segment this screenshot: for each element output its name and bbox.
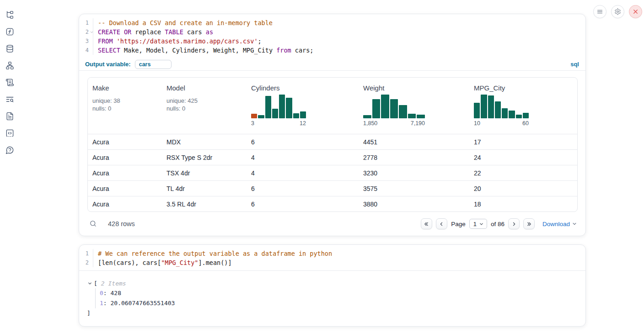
code-text: # We can reference the output variable a… [93, 249, 332, 258]
column-header-cylinders[interactable]: Cylinders312 [247, 84, 359, 134]
line-number: 1 [79, 249, 93, 258]
histogram-bar[interactable] [509, 111, 515, 118]
pagination: Page 1 of 86 Download [421, 218, 577, 229]
code-line: 1-- Download a CSV and create an in-memo… [79, 18, 585, 27]
code-line: 2[len(cars), cars["MPG_City"].mean()] [79, 258, 585, 267]
column-header-make[interactable]: Makeunique: 38nulls: 0 [88, 84, 162, 134]
unique-count: unique: 38 [92, 97, 162, 105]
tree-entry-value: 428 [110, 290, 121, 296]
menu-button[interactable] [593, 5, 606, 18]
histogram-bar[interactable] [481, 95, 487, 118]
network-icon [5, 61, 14, 70]
code-text: FROM 'https://datasets.marimo.app/cars.c… [93, 37, 262, 46]
next-page-button[interactable] [508, 218, 520, 229]
histogram-bar[interactable] [279, 95, 285, 118]
code-editor[interactable]: 1-- Download a CSV and create an in-memo… [79, 14, 585, 58]
last-page-button[interactable] [523, 218, 535, 229]
download-button[interactable]: Download [542, 221, 577, 227]
language-badge: sql [570, 61, 579, 68]
sidebar-item-snippets[interactable] [5, 128, 14, 137]
code-text: [len(cars), cars["MPG_City"].mean()] [93, 258, 232, 267]
histogram-bar[interactable] [286, 98, 292, 118]
table-cell: 22 [469, 169, 577, 177]
tree-entry-index: 0 [100, 290, 103, 296]
histogram-bar[interactable] [300, 111, 306, 118]
search-button[interactable] [89, 220, 97, 228]
histogram-bar[interactable] [372, 99, 381, 118]
tree-entry: 1: 20.060747663551403 [100, 298, 585, 308]
histogram-bar[interactable] [502, 108, 508, 118]
search-icon [89, 220, 97, 227]
histogram-bar[interactable] [251, 114, 257, 118]
histogram-bar[interactable] [293, 113, 299, 118]
unique-count: unique: 425 [166, 97, 247, 105]
text-search-icon [5, 95, 14, 104]
histogram-bar[interactable] [381, 95, 389, 118]
sidebar-item-file-explorer[interactable] [5, 10, 14, 19]
table-body: AcuraMDX6445117AcuraRSX Type S 2dr427782… [88, 134, 577, 211]
column-header-weight[interactable]: Weight1,8507,190 [359, 84, 469, 134]
histogram-bar[interactable] [390, 99, 398, 118]
code-line: 2CREATE OR replace TABLE cars as [79, 27, 585, 37]
sidebar-item-documentation[interactable] [5, 111, 14, 121]
sidebar-item-dependency-graph[interactable] [5, 61, 14, 70]
table-row[interactable]: AcuraTL 4dr6357520 [88, 180, 577, 196]
sidebar-item-data-sources[interactable] [5, 44, 14, 53]
histogram-axis-labels: 312 [251, 120, 306, 127]
collapse-toggle[interactable] [87, 281, 92, 286]
window-controls [593, 5, 642, 18]
table-row[interactable]: AcuraMDX6445117 [88, 134, 577, 149]
histogram-bar[interactable] [408, 114, 416, 118]
table-row[interactable]: AcuraRSX Type S 2dr4277824 [88, 149, 577, 165]
chevron-right-icon [511, 221, 517, 227]
code-line: 3FROM 'https://datasets.marimo.app/cars.… [79, 37, 585, 46]
histogram-bar[interactable] [258, 115, 264, 118]
column-title: MPG_City [474, 84, 577, 92]
column-header-model[interactable]: Modelunique: 425nulls: 0 [162, 84, 247, 134]
histogram-bar[interactable] [488, 95, 494, 118]
table-cell: MDX [162, 138, 247, 146]
open-bracket: [ [94, 280, 97, 287]
histogram-bar[interactable] [265, 96, 271, 118]
table-cell: 6 [247, 185, 359, 192]
table-row[interactable]: AcuraTSX 4dr4323022 [88, 165, 577, 180]
histogram-bar[interactable] [516, 115, 522, 118]
null-count: nulls: 0 [166, 105, 247, 113]
sidebar-item-help[interactable] [5, 145, 14, 154]
first-page-button[interactable] [421, 218, 432, 229]
settings-icon [614, 8, 621, 15]
histogram-bar[interactable] [399, 105, 407, 118]
code-editor[interactable]: 1# We can reference the output variable … [79, 245, 585, 270]
column-title: Cylinders [251, 84, 359, 92]
histogram-bar[interactable] [272, 109, 278, 118]
tree-root-line: [ 2 Items [79, 278, 585, 288]
page-select[interactable]: 1 [469, 219, 487, 229]
column-histogram [251, 95, 306, 118]
table-cell: RSX Type S 2dr [162, 154, 247, 161]
histogram-bar[interactable] [363, 115, 371, 118]
table-row[interactable]: Acura3.5 RL 4dr6388018 [88, 196, 577, 211]
previous-page-button[interactable] [436, 218, 447, 229]
sidebar-item-scratchpad[interactable] [5, 78, 14, 87]
table-cell: Acura [88, 201, 162, 208]
table-cell: 3.5 RL 4dr [162, 201, 247, 208]
histogram-bar[interactable] [474, 103, 480, 118]
chevron-down-icon [479, 222, 484, 227]
settings-button[interactable] [611, 5, 624, 18]
sidebar-item-variables[interactable] [5, 27, 14, 36]
chevron-left-icon [439, 221, 445, 227]
histogram-bar[interactable] [417, 115, 425, 118]
histogram-bar[interactable] [523, 113, 529, 118]
table-cell: 6 [247, 138, 359, 146]
output-variable-input[interactable] [135, 60, 172, 69]
table-cell: 17 [469, 138, 577, 146]
column-histogram [363, 95, 425, 118]
file-text-icon [5, 112, 14, 121]
column-header-mpg_city[interactable]: MPG_City1060 [469, 84, 577, 134]
fold-toggle[interactable] [90, 30, 94, 34]
table-cell: Acura [88, 185, 162, 192]
histogram-bar[interactable] [495, 101, 501, 118]
sidebar-item-logs[interactable] [5, 95, 14, 104]
items-count-label: 2 Items [101, 280, 126, 287]
shutdown-button[interactable] [629, 5, 642, 18]
